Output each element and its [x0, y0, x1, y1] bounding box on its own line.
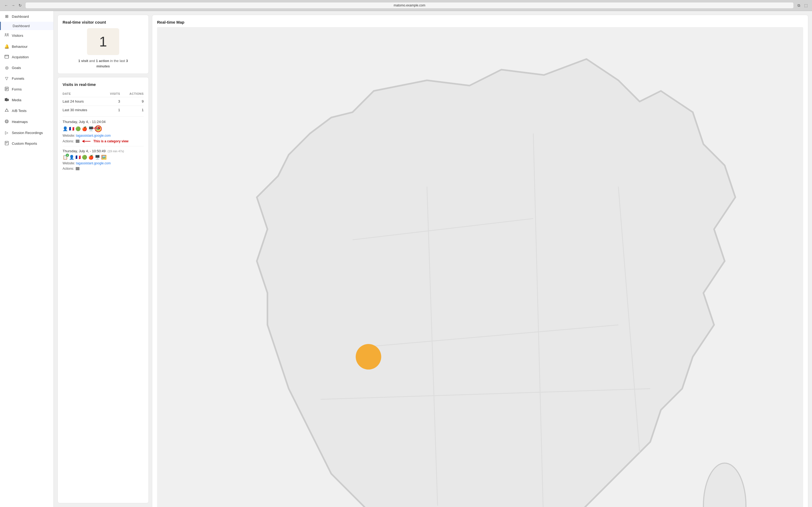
france-flag-icon: 🇫🇷 — [69, 126, 74, 131]
table-row: Last 30 minutes 1 1 — [63, 106, 143, 114]
sidebar-item-visitors[interactable]: Visitors — [0, 30, 53, 41]
category-annotation: This is a category view — [94, 139, 129, 143]
visit-actions-row-1: Actions: This is a category view — [63, 139, 143, 144]
desktop-icon-2: 🖥️ — [95, 155, 100, 160]
website-link-2[interactable]: tagassistant.google.com — [76, 161, 111, 165]
category-icon-2 — [76, 167, 79, 170]
forms-icon — [4, 87, 9, 92]
visitor-description: 1 visit and 1 action in the last 3minute… — [63, 58, 143, 69]
sidebar-label-heatmaps: Heatmaps — [12, 120, 27, 124]
svg-point-12 — [5, 120, 8, 123]
right-column: Real-time Map — [152, 15, 808, 503]
visitor-count-box: 1 — [87, 28, 119, 55]
sidebar-item-media[interactable]: Media — [0, 95, 53, 105]
svg-point-24 — [356, 344, 381, 370]
france-flag-icon-2: 🇫🇷 — [75, 155, 81, 160]
sidebar-item-goals[interactable]: ◎ Goals — [0, 62, 53, 73]
sidebar-item-custom-reports[interactable]: Custom Reports — [0, 138, 53, 149]
france-svg — [157, 27, 803, 507]
visit-text: 1 visit — [78, 59, 88, 63]
realtime-visitor-card: Real-time visitor count 1 1 visit and 1 … — [57, 15, 149, 74]
table-row: Last 24 hours 3 9 — [63, 97, 143, 106]
heatmaps-icon — [4, 119, 9, 124]
sidebar-toggle-button[interactable]: ⬚ — [803, 2, 809, 8]
session-recordings-icon: ▷ — [4, 130, 9, 135]
red-arrow-1 — [92, 125, 106, 132]
sidebar-label-behaviour: Behaviour — [12, 45, 27, 49]
chrome-icon-2: 🟢 — [82, 155, 87, 160]
svg-point-13 — [6, 121, 7, 122]
action-text: 1 action — [96, 59, 109, 63]
sidebar-item-acquisition[interactable]: Acquisition — [0, 52, 53, 62]
sidebar-item-ab-tests[interactable]: A/B Tests — [0, 105, 53, 116]
row-actions-2: 1 — [120, 106, 143, 114]
visits-table: DATE VISITS ACTIONS Last 24 hours 3 9 La… — [63, 91, 143, 114]
sidebar-item-behaviour[interactable]: 🔔 Behaviour — [0, 41, 53, 52]
chrome-icon: 🟢 — [75, 126, 81, 131]
refresh-button[interactable]: ↻ — [17, 2, 23, 8]
row-visits-2: 1 — [103, 106, 120, 114]
actions-label-2: Actions: — [63, 167, 74, 171]
mac-icon: 🍎 — [82, 126, 87, 131]
map-area — [157, 27, 803, 507]
visit-icons-2: 📋 1 👤 🇫🇷 🟢 🍎 🖥️ 🖼️ — [63, 155, 143, 160]
sidebar-item-funnels[interactable]: ▽ Funnels — [0, 73, 53, 84]
svg-point-1 — [7, 34, 8, 35]
sidebar-label-ab-tests: A/B Tests — [12, 109, 26, 113]
map-title: Real-time Map — [157, 20, 803, 24]
row-date-2: Last 30 minutes — [63, 106, 103, 114]
notification-badge: 1 — [66, 154, 69, 157]
visitor-number: 1 — [99, 34, 107, 50]
forward-button[interactable]: → — [10, 2, 16, 8]
and-text: and — [89, 59, 96, 63]
sidebar-item-dashboard[interactable]: ⊞ Dashboard — [0, 11, 53, 22]
sidebar-item-dashboard-sub[interactable]: Dashboard — [0, 22, 53, 30]
col-actions: ACTIONS — [120, 91, 143, 97]
svg-rect-10 — [7, 99, 9, 101]
goals-icon: ◎ — [4, 65, 9, 70]
in-text: in the last — [110, 59, 126, 63]
website-link-1[interactable]: tagassistant.google.com — [76, 134, 111, 137]
back-button[interactable]: ← — [3, 2, 9, 8]
visits-realtime-title: Visits in real-time — [63, 82, 143, 87]
dashboard-icon: ⊞ — [4, 14, 9, 19]
visits-realtime-card: Visits in real-time DATE VISITS ACTIONS … — [57, 77, 149, 503]
person-icon: 👤 — [63, 126, 68, 131]
sidebar-item-heatmaps[interactable]: Heatmaps — [0, 116, 53, 127]
app-container: ⊞ Dashboard Dashboard Visitors 🔔 Behavio… — [0, 11, 812, 507]
badge-icon: 📋 1 — [63, 155, 68, 160]
browser-chrome: ← → ↻ matomo.example.com ⧉ ⬚ — [0, 0, 812, 11]
svg-rect-8 — [5, 98, 6, 101]
actions-label-1: Actions: — [63, 139, 74, 143]
map-card: Real-time Map — [152, 15, 808, 507]
row-actions-1: 9 — [120, 97, 143, 106]
custom-reports-icon — [4, 141, 9, 146]
visit-timestamp-2: Thursday, July 4, - 10:50:49 (19 min 47s… — [63, 149, 143, 153]
visit-actions-row-2: Actions: — [63, 167, 143, 171]
row-visits-1: 3 — [103, 97, 120, 106]
visitors-icon — [4, 33, 9, 38]
visit-duration: (19 min 47s) — [108, 150, 124, 153]
browser-actions: ⧉ ⬚ — [796, 2, 809, 8]
sidebar-label-dashboard-sub: Dashboard — [13, 24, 30, 28]
visitor-card-title: Real-time visitor count — [63, 20, 143, 24]
sidebar-label-goals: Goals — [12, 66, 21, 70]
col-date: DATE — [63, 91, 103, 97]
media-icon — [4, 98, 9, 102]
category-icon-1 — [76, 139, 79, 143]
behaviour-icon: 🔔 — [4, 44, 9, 49]
acquisition-icon — [4, 55, 9, 59]
browser-nav: ← → ↻ — [3, 2, 23, 8]
split-view-button[interactable]: ⧉ — [796, 2, 802, 8]
red-arrow-2 — [81, 139, 92, 144]
url-bar[interactable]: matomo.example.com — [25, 2, 794, 9]
sidebar-item-forms[interactable]: Forms — [0, 84, 53, 95]
sidebar-label-forms: Forms — [12, 87, 22, 91]
svg-point-0 — [5, 34, 6, 35]
left-column: Real-time visitor count 1 1 visit and 1 … — [57, 15, 149, 503]
visit-website-2: Website: tagassistant.google.com — [63, 161, 143, 165]
sidebar-item-session-recordings[interactable]: ▷ Session Recordings — [0, 127, 53, 138]
svg-rect-9 — [6, 98, 7, 101]
sidebar-label-session-recordings: Session Recordings — [12, 131, 43, 135]
sidebar-label-acquisition: Acquisition — [12, 55, 29, 59]
